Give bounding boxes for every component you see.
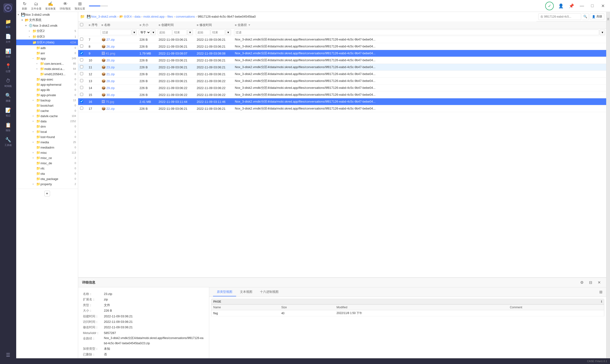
tree-item-local[interactable]: + 📁 local 1: [16, 129, 78, 134]
tab-text[interactable]: 文本视图: [236, 288, 256, 296]
file-link[interactable]: 🖼 41.png: [102, 52, 136, 55]
row-check[interactable]: [78, 43, 87, 50]
nav-item-cases[interactable]: 📁 案件: [1, 17, 15, 31]
created-filter-btn[interactable]: ▼: [187, 29, 193, 35]
tree-item-drm[interactable]: 📁 drm 0: [16, 124, 78, 129]
breadcrumb-conversations[interactable]: conversations: [176, 15, 195, 18]
tree-item-misc[interactable]: + 📁 misc 113: [16, 150, 78, 155]
row-check[interactable]: [78, 71, 87, 78]
close-button[interactable]: ✕: [599, 3, 606, 9]
tree-item-mobi-skred[interactable]: + 📁 mobi.skred.a... 64: [16, 66, 78, 71]
preview-pos-button[interactable]: ⊞ 预览位置: [73, 0, 87, 12]
breadcrumb-appfolder[interactable]: mobi.skred.app: [143, 15, 164, 18]
tree-item-ota-package[interactable]: 📁 ota_package 0: [16, 176, 78, 182]
file-link[interactable]: 📦 26.zip: [102, 44, 136, 48]
table-row[interactable]: 17 📦 22.zip 226 B 2022-11-09 03:06:21 20…: [78, 105, 606, 112]
modified-filter-btn[interactable]: ▼: [225, 29, 231, 35]
tree-item-app-lib[interactable]: 📁 app-lib 0: [16, 87, 78, 92]
tree-item-app-asec[interactable]: 📁 app-asec 0: [16, 77, 78, 82]
tree-item-ota[interactable]: 📁 ota 0: [16, 171, 78, 176]
row-checkbox[interactable]: [80, 65, 83, 68]
nav-item-files[interactable]: 📄 文件: [1, 31, 15, 46]
table-row[interactable]: 15 📦 30.zip 226 B 2022-11-09 03:06:22 20…: [78, 91, 606, 98]
table-row[interactable]: 7 📦 27.zip 226 B 2022-11-09 03:06:21 202…: [78, 36, 606, 43]
file-link[interactable]: 📦 28.zip: [102, 79, 136, 83]
row-checkbox[interactable]: [80, 58, 83, 61]
file-link[interactable]: 📦 20.zip: [102, 58, 136, 62]
breadcrumb-disk[interactable]: 💾 Nox_3-disk2.vmdk: [87, 15, 117, 18]
tree-disk-root[interactable]: ▼ 💾 Nox 3-disk2.vmdk: [16, 12, 78, 17]
row-checkbox[interactable]: [80, 93, 83, 96]
table-row[interactable]: 14 📦 29.zip 226 B 2022-11-09 03:06:22 20…: [78, 85, 606, 91]
sign-restore-button[interactable]: ✍ 签名恢复: [43, 0, 58, 12]
pin-button[interactable]: 📌: [568, 3, 575, 9]
nav-item-tools[interactable]: 🔧 工具箱: [1, 135, 15, 149]
row-check[interactable]: [78, 78, 87, 85]
tree-item-vmdl[interactable]: 📁 vmdl1205843... 0: [16, 71, 78, 77]
row-check[interactable]: [78, 50, 87, 57]
tree-item-adb[interactable]: 📁 adb 0: [16, 45, 78, 51]
all-files-button[interactable]: 🗂 文件全显: [29, 0, 43, 12]
name-filter-btn[interactable]: ▼: [132, 29, 136, 35]
row-check[interactable]: [78, 91, 87, 98]
file-link[interactable]: 📦 21.zip: [102, 72, 136, 76]
detail-layout-btn[interactable]: ⊟: [587, 279, 594, 286]
row-checkbox[interactable]: [80, 100, 83, 103]
tree-item-app[interactable]: − 📁 app 149: [16, 56, 78, 61]
table-row[interactable]: 16 🖼 75.jpg 2.41 MB 2022-11-09 03:11:44 …: [78, 98, 606, 105]
tree-item-data[interactable]: + 📁 data 2252: [16, 118, 78, 124]
tree-item-property[interactable]: + 📁 property 2: [16, 182, 78, 187]
tree-item-bootchart[interactable]: 📁 bootchart 0: [16, 103, 78, 108]
detail-close-btn[interactable]: ✕: [596, 279, 602, 286]
table-row[interactable]: 11 📦 23.zip 226 B 2022-11-09 03:06:21 20…: [78, 64, 606, 71]
path-filter-btn[interactable]: ▼: [599, 29, 605, 35]
row-checkbox[interactable]: [80, 72, 83, 75]
nav-item-notes[interactable]: 📝 笔记: [1, 105, 15, 119]
tree-item-anr[interactable]: 📁 anr 0: [16, 51, 78, 56]
row-checkbox[interactable]: [80, 107, 83, 110]
table-row[interactable]: 9 🖼 41.png 1.79 MB 2022-11-09 03:08:07 2…: [78, 50, 606, 57]
minimize-button[interactable]: —: [579, 3, 585, 9]
table-row[interactable]: 10 📦 20.zip 226 B 2022-11-09 03:06:21 20…: [78, 57, 606, 64]
size-filter-btn[interactable]: ▼: [151, 29, 156, 35]
modified-start-input[interactable]: [196, 29, 210, 35]
maximize-button[interactable]: □: [589, 3, 596, 9]
tree-item-media[interactable]: + 📁 media 25: [16, 140, 78, 145]
path-filter-input[interactable]: [234, 29, 599, 35]
advanced-search-button[interactable]: 👤 高级: [590, 13, 604, 20]
file-link[interactable]: 📦 27.zip: [102, 38, 136, 41]
select-all-checkbox[interactable]: [80, 23, 83, 26]
tab-hex[interactable]: 十六进制视图: [256, 288, 282, 296]
row-checkbox[interactable]: [80, 86, 83, 89]
nav-item-location[interactable]: 📍 位置: [1, 61, 15, 75]
row-checkbox[interactable]: [80, 52, 83, 54]
row-check[interactable]: [78, 64, 87, 71]
name-filter-input[interactable]: [101, 29, 132, 35]
table-row[interactable]: 13 📦 28.zip 226 B 2022-11-09 03:06:21 20…: [78, 78, 606, 85]
tree-item-misc-ce[interactable]: + 📁 misc_ce 2: [16, 155, 78, 160]
tree-partition3[interactable]: + 📁 分区3 1: [16, 34, 78, 39]
file-link[interactable]: 🖼 75.jpg: [102, 100, 136, 104]
tree-item-app-private[interactable]: 📁 app-private 0: [16, 92, 78, 98]
user-button[interactable]: 👤: [557, 3, 564, 9]
created-end-input[interactable]: [173, 29, 187, 35]
tree-item-com-tencent[interactable]: + 📁 com.tencent... 85: [16, 61, 78, 66]
tree-item-lostfound[interactable]: 📁 lost+found 0: [16, 134, 78, 140]
nav-item-timeline[interactable]: ⏱ 时间线: [1, 76, 15, 90]
row-check[interactable]: [78, 36, 87, 43]
table-row[interactable]: 12 📦 21.zip 226 B 2022-11-09 03:06:21 20…: [78, 71, 606, 78]
row-check[interactable]: [78, 98, 87, 105]
search-button[interactable]: 🔍: [582, 13, 589, 20]
file-link[interactable]: 📦 23.zip: [102, 65, 136, 69]
tree-disk-node[interactable]: ▼ 💿 Nox 3-disk2.vmdk: [16, 23, 78, 28]
tree-item-app-ephemeral[interactable]: 📁 app-ephemeral 0: [16, 82, 78, 87]
row-checkbox[interactable]: [80, 44, 83, 48]
tree-partition4[interactable]: − 📁 分区4 (/data) 4234: [16, 39, 78, 45]
table-row[interactable]: 8 📦 26.zip 226 B 2022-11-09 03:06:21 202…: [78, 43, 606, 50]
tree-item-misc-de[interactable]: 📁 misc_de 0: [16, 160, 78, 166]
modified-end-input[interactable]: [211, 29, 225, 35]
detail-settings-btn[interactable]: ⚙: [579, 279, 585, 286]
nav-item-search[interactable]: 🔍 搜索: [1, 91, 15, 105]
tree-item-dalvik-cache[interactable]: + 📁 dalvik-cache 104: [16, 113, 78, 118]
row-check[interactable]: [78, 105, 87, 112]
